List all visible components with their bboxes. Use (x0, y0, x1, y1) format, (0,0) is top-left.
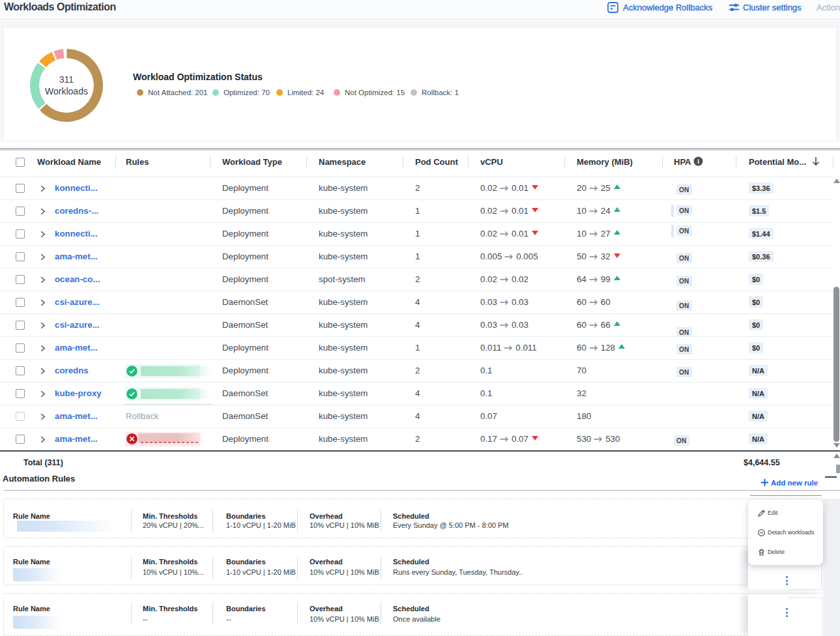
svg-text:i: i (697, 158, 699, 165)
